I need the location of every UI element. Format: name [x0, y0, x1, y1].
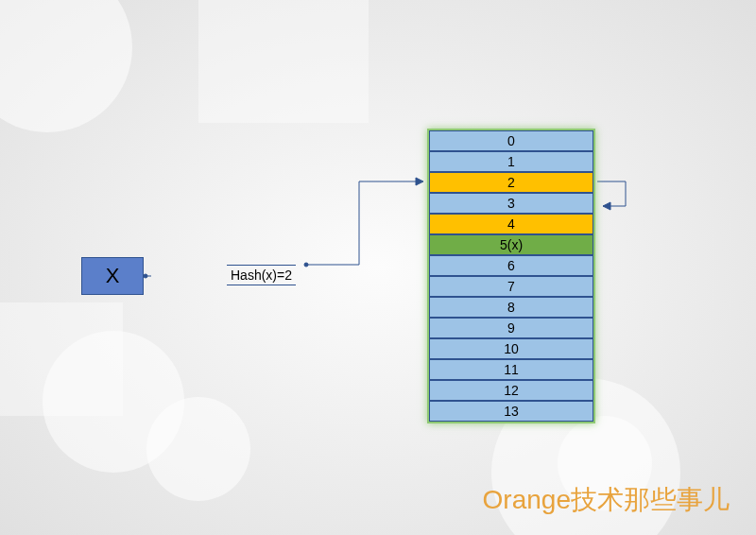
table-cell: 0 [429, 130, 593, 151]
table-cell: 1 [429, 151, 593, 172]
table-cell: 10 [429, 338, 593, 359]
table-cell: 7 [429, 276, 593, 297]
svg-marker-2 [416, 178, 423, 185]
table-cell: 5(x) [429, 234, 593, 255]
table-cell: 6 [429, 255, 593, 276]
hash-function-label: Hash(x)=2 [227, 265, 296, 285]
arrow-probe-loop [593, 178, 633, 216]
svg-point-1 [144, 274, 147, 278]
table-cell: 2 [429, 172, 593, 193]
input-key-label: X [106, 264, 120, 288]
input-key-box: X [81, 257, 144, 295]
table-cell: 12 [429, 380, 593, 401]
svg-point-3 [304, 263, 308, 267]
svg-marker-4 [603, 202, 610, 210]
table-cell: 4 [429, 214, 593, 234]
watermark-text: Orange技术那些事儿 [483, 482, 730, 518]
arrow-hash-to-slot [302, 176, 435, 280]
table-cell: 13 [429, 401, 593, 422]
table-cell: 3 [429, 193, 593, 214]
table-cell: 11 [429, 359, 593, 380]
table-cell: 9 [429, 318, 593, 338]
hash-table: 0 1 2 3 4 5(x) 6 7 8 9 10 11 12 13 [427, 129, 595, 423]
table-cell: 8 [429, 297, 593, 318]
